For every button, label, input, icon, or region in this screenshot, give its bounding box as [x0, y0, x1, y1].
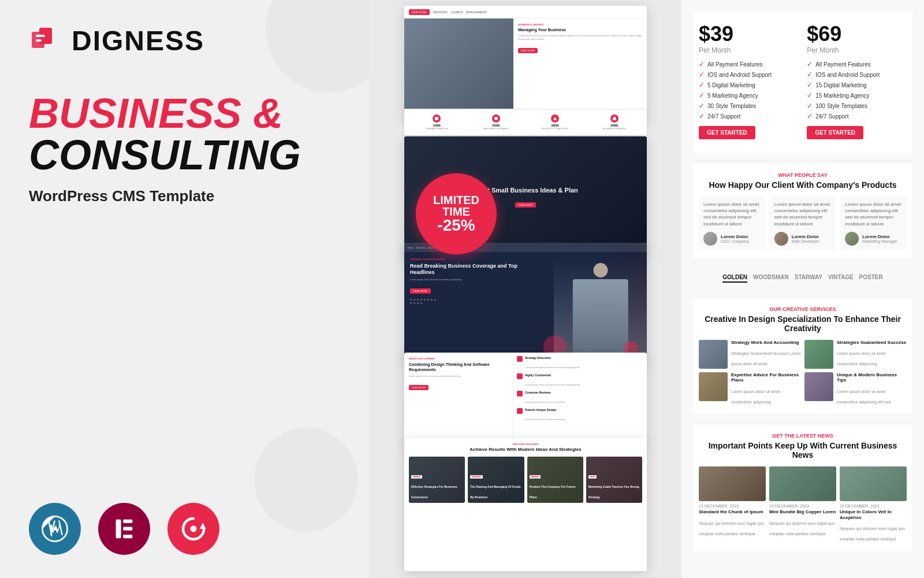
- style-tab-starway[interactable]: STARWAY: [795, 274, 822, 283]
- design-item-2: Highly Customized Lorem ipsum dolor sit …: [517, 373, 643, 388]
- design-item-4: Patents Unique Design Lorem ipsum dolor …: [517, 408, 643, 423]
- creative-card-2: Strategies Guaranteed Success Lorem ipsu…: [804, 340, 907, 369]
- achieve-screen: DISCOVER OUR IDEAS Achieve Results With …: [404, 438, 647, 507]
- dark-screen-cta[interactable]: READ MORE: [515, 202, 536, 208]
- hero-nav-elements: Elements: [416, 246, 426, 249]
- hero-dots: [410, 299, 439, 304]
- stat-label-1: COMPANY ANALYSIS: [409, 127, 465, 130]
- price-feature-1-3: ✓5 Digital Marketing: [699, 81, 799, 89]
- design-item-desc-1: Lorem ipsum dolor sit amet consectetur a…: [525, 366, 580, 369]
- check-icon: ✓: [699, 71, 705, 79]
- creative-thumb-4: [804, 372, 833, 401]
- author-name-1: Lorem Dolor: [721, 234, 749, 239]
- design-item-icon-1: [517, 356, 523, 362]
- price-feature-2-4: ✓15 Marketing Agency: [807, 91, 907, 99]
- style-tab-vintage[interactable]: VINTAGE: [828, 274, 854, 283]
- news-date-1: 15 DECEMBER, 2023: [699, 504, 766, 508]
- stat-partners: 3200 PARTNERS OR NAMED: [468, 114, 524, 130]
- check-icon: ✓: [807, 71, 813, 79]
- price-amount-1: $39: [699, 22, 799, 46]
- style-tab-woodsman[interactable]: WOODSMAN: [753, 274, 789, 283]
- stat-label-2: PARTNERS OR NAMED: [468, 127, 524, 130]
- price-feature-2-2: ✓IOS and Android Support: [807, 71, 907, 79]
- screen-design-thinking: ABOUT OUR COMPANY Combining Design Think…: [404, 353, 647, 445]
- stat-icon-1: [433, 114, 441, 123]
- achieve-card-label-2: BUSINESS The Raising And Managing Of Fun…: [470, 475, 521, 501]
- price-feature-1-1: ✓All Payment Features: [699, 60, 799, 68]
- get-started-btn-2[interactable]: GET STARTED: [807, 126, 863, 139]
- stat-business: 2060 BUSINESS PLANNED: [587, 114, 643, 130]
- price-feature-1-5: ✓30 Style Templates: [699, 102, 799, 110]
- news-tag: GET THE LATEST NEWS: [699, 433, 907, 439]
- stat-company: 1000 COMPANY ANALYSIS: [409, 114, 465, 130]
- author-avatar-1: [703, 232, 717, 246]
- achieve-cards: FINANCE Effective Strategies For Busines…: [409, 457, 642, 503]
- design-left: ABOUT OUR COMPANY Combining Design Think…: [404, 353, 513, 445]
- achieve-card-title-2: The Raising And Managing Of Funds By Bus…: [470, 485, 520, 499]
- creative-info-1: Strategy Work And Accounting Strategies …: [731, 340, 801, 368]
- hero-content-row: BUSINESS ON OUR PLATFORM Read Breaking B…: [404, 252, 647, 364]
- author-role-3: Marketing Manager: [862, 239, 897, 243]
- design-item-title-2: Highly Customized: [525, 373, 580, 377]
- price-feature-2-6: ✓24/7 Support: [807, 112, 907, 120]
- badge-line3: -25%: [433, 217, 479, 234]
- design-cta[interactable]: READ MORE: [409, 385, 429, 390]
- news-card-3: 15 DECEMBER, 2023 Unique In Colors Veit …: [840, 466, 907, 543]
- hero-tag: BUSINESS ON OUR PLATFORM: [410, 258, 532, 261]
- news-thumb-3: [840, 466, 907, 501]
- creative-grid: Strategy Work And Accounting Strategies …: [699, 340, 907, 406]
- author-name-3: Lorem Dolor: [862, 234, 897, 239]
- price-feature-1-4: ✓5 Marketing Agency: [699, 91, 799, 99]
- price-amount-2: $69: [807, 22, 907, 46]
- left-panel: DIGNESS BUSINESS & CONSULTING WordPress …: [0, 0, 370, 578]
- testimonial-card-1: Lorem ipsum dolor sit amet consectetur a…: [699, 197, 765, 250]
- author-info-3: Lorem Dolor Marketing Manager: [862, 234, 897, 243]
- hero-screen: Home Elements About Us Blog Contact Us C…: [404, 243, 647, 364]
- creative-info-3: Expertise Advice For Business Plans Lore…: [731, 372, 801, 406]
- design-item-desc-3: Lorem ipsum dolor sit amet consectetur: [525, 401, 565, 403]
- author-avatar-3: [845, 232, 859, 246]
- headline-line1: BUSINESS &: [29, 92, 341, 134]
- achieve-card-tag-2: BUSINESS: [470, 475, 482, 479]
- testimonial-text-2: Lorem ipsum dolor sit amet consectetur a…: [774, 201, 832, 227]
- author-avatar-2: [774, 232, 788, 246]
- logo-icon: [29, 23, 64, 58]
- creative-info-2: Strategies Guaranteed Success Lorem ipsu…: [837, 340, 907, 368]
- design-desc: Lorem ipsum dolor sit amet consectetur a…: [409, 375, 508, 378]
- preview-stack: OUR PLAN SERVICES LAUNCH MANAGEMENT BUSI…: [370, 0, 681, 578]
- hero-nav-home: Home: [408, 246, 414, 249]
- creative-section: OUR CREATIVE SERVICES Creative In Design…: [693, 298, 912, 414]
- price-period-1: Per Month: [699, 46, 799, 54]
- testimonial-title: How Happy Our Client With Company's Prod…: [699, 180, 907, 190]
- creative-title-4: Unique & Modern Business Tips: [837, 372, 907, 383]
- get-started-btn-1[interactable]: GET STARTED: [699, 126, 755, 139]
- design-item-content-3: Customer Reviews Lorem ipsum dolor sit a…: [525, 391, 565, 405]
- news-excerpt-2: Nequam qui dolorem eum fugiat quo volupt…: [769, 521, 834, 536]
- testimonial-author-2: Lorem Dolor Web Developer: [774, 232, 832, 246]
- hero-cta[interactable]: READ MORE: [410, 288, 431, 294]
- price-feature-1-6: ✓24/7 Support: [699, 112, 799, 120]
- style-tab-golden[interactable]: GOLDEN: [722, 274, 747, 283]
- screen-cta[interactable]: READ MORE: [518, 48, 538, 53]
- check-icon: ✓: [699, 91, 705, 99]
- news-cards: 15 DECEMBER, 2023 Standard the Chunk of …: [699, 466, 907, 543]
- check-icon: ✓: [699, 81, 705, 89]
- achieve-card-label-3: MANAGE Positive The Company For Future P…: [530, 475, 581, 501]
- check-icon: ✓: [807, 60, 813, 68]
- divider-3: [693, 294, 912, 295]
- hero-text-side: BUSINESS ON OUR PLATFORM Read Breaking B…: [404, 252, 538, 364]
- price-feature-1-2: ✓IOS and Android Support: [699, 71, 799, 79]
- testimonial-card-3: Lorem ipsum dolor sit amet consectetur a…: [840, 197, 907, 250]
- nav-link-launch: LAUNCH: [451, 10, 463, 14]
- svg-text:W: W: [49, 522, 61, 536]
- price-feature-2-3: ✓15 Digital Marketing: [807, 81, 907, 89]
- achieve-card-tag-1: FINANCE: [411, 475, 422, 479]
- design-item-1: Strategy Execution Lorem ipsum dolor sit…: [517, 356, 643, 370]
- style-tab-poster[interactable]: POSTER: [859, 274, 883, 283]
- news-card-2: 15 DECEMBER, 2023 Mini Bundle Big Copper…: [769, 466, 836, 543]
- achieve-card-label-1: FINANCE Effective Strategies For Busines…: [411, 475, 463, 501]
- design-title: Combining Design Thinking And Software R…: [409, 362, 508, 372]
- news-card-title-1: Standard the Chunk of Ipsum: [699, 509, 766, 515]
- hero-desc: Lorem ipsum dolor sit amet consectetur a…: [410, 278, 532, 281]
- achieve-card-title-3: Positive The Company For Future Plans: [530, 485, 576, 499]
